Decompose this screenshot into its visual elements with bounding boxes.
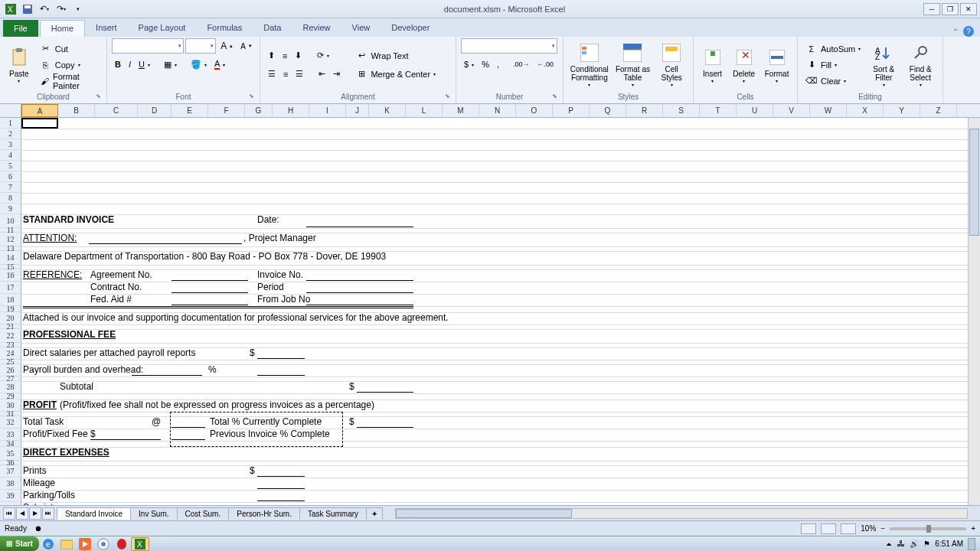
alignment-launcher-icon[interactable]: ⬊ (445, 93, 454, 102)
tab-review[interactable]: Review (292, 20, 341, 37)
tab-data[interactable]: Data (253, 20, 292, 37)
cut-button[interactable]: ✂Cut (37, 41, 102, 57)
row-header[interactable]: 34 (0, 441, 21, 447)
help-icon[interactable]: ? (963, 26, 974, 37)
tab-insert[interactable]: Insert (85, 20, 128, 37)
find-select-button[interactable]: Find & Select▾ (903, 41, 937, 90)
show-desktop-button[interactable] (968, 538, 975, 550)
format-painter-button[interactable]: 🖌Format Painter (37, 73, 102, 89)
col-I[interactable]: I (309, 104, 346, 117)
spreadsheet-grid[interactable]: 1234567891011121314151617181920212223242… (0, 118, 968, 505)
sheet-tab-task-summary[interactable]: Task Summary (299, 507, 367, 520)
italic-button[interactable]: I (126, 57, 134, 72)
qat-dropdown-icon[interactable]: ▾ (70, 2, 86, 16)
vertical-scrollbar[interactable] (968, 118, 980, 505)
sheet-nav-last[interactable]: ⏭ (42, 507, 54, 520)
sort-filter-button[interactable]: AZSort & Filter▾ (867, 41, 900, 90)
close-button[interactable]: ✕ (960, 3, 977, 15)
col-Q[interactable]: Q (590, 104, 626, 117)
decrease-font-button[interactable]: A▾ (237, 38, 255, 54)
taskbar-explorer-icon[interactable] (57, 537, 76, 551)
fill-button[interactable]: ⬇Fill▾ (802, 57, 864, 73)
minimize-button[interactable]: ─ (923, 3, 940, 15)
new-sheet-button[interactable]: ✦ (366, 507, 383, 520)
row-header[interactable]: 6 (0, 171, 21, 182)
sheet-nav-first[interactable]: ⏮ (3, 507, 15, 520)
increase-font-button[interactable]: A▴ (217, 38, 236, 54)
row-header[interactable]: 38 (0, 478, 21, 490)
taskbar-opera-icon[interactable] (113, 537, 131, 551)
col-F[interactable]: F (208, 104, 245, 117)
row-header[interactable]: 2 (0, 129, 21, 139)
tray-chevron-icon[interactable]: ⏶ (886, 540, 893, 548)
sheet-tab-person-hr[interactable]: Person-Hr Sum. (228, 507, 300, 520)
conditional-formatting-button[interactable]: Conditional Formatting▾ (568, 41, 611, 90)
align-right-button[interactable]: ☰ (292, 67, 306, 82)
view-page-break-button[interactable] (841, 523, 856, 534)
tab-view[interactable]: View (341, 20, 381, 37)
clear-button[interactable]: ⌫Clear▾ (802, 73, 864, 89)
row-header[interactable]: 32 (0, 416, 21, 429)
col-Z[interactable]: Z (920, 104, 957, 117)
row-header[interactable]: 29 (0, 393, 21, 399)
comma-format-button[interactable]: , (494, 57, 502, 72)
col-R[interactable]: R (626, 104, 663, 117)
col-K[interactable]: K (369, 104, 406, 117)
align-middle-button[interactable]: ≡ (279, 48, 290, 64)
sheet-tab-standard-invoice[interactable]: Standard Invoice (57, 507, 131, 520)
paste-button[interactable]: Paste ▾ (5, 41, 34, 90)
decrease-indent-button[interactable]: ⇤ (315, 67, 328, 82)
align-center-button[interactable]: ≡ (280, 67, 291, 82)
zoom-out-button[interactable]: − (880, 524, 885, 533)
bold-button[interactable]: B (112, 57, 124, 72)
align-bottom-button[interactable]: ⬇ (292, 48, 305, 64)
border-button[interactable]: ▦▾ (161, 57, 180, 72)
horizontal-scrollbar[interactable] (395, 508, 968, 519)
col-N[interactable]: N (479, 104, 516, 117)
orientation-button[interactable]: ⟳▾ (314, 48, 332, 64)
cell-styles-button[interactable]: Cell Styles▾ (655, 41, 688, 90)
merge-center-button[interactable]: ⊞Merge & Center▾ (352, 67, 439, 82)
delete-cells-button[interactable]: ✕Delete▾ (730, 41, 758, 90)
tray-clock[interactable]: 6:51 AM (935, 540, 963, 548)
col-M[interactable]: M (443, 104, 479, 117)
tray-volume-icon[interactable]: 🔊 (910, 540, 919, 548)
row-header[interactable]: 39 (0, 490, 21, 502)
font-size-combo[interactable]: ▾ (185, 38, 216, 54)
align-left-button[interactable]: ☰ (265, 67, 279, 82)
taskbar-chrome-icon[interactable] (94, 537, 113, 551)
col-C[interactable]: C (95, 104, 138, 117)
column-headers[interactable]: A B C D E F G H I J K L M N O P Q R S T … (0, 104, 980, 118)
col-U[interactable]: U (737, 104, 773, 117)
autosum-button[interactable]: ΣAutoSum▾ (802, 41, 864, 57)
redo-icon[interactable]: ↷▾ (54, 2, 69, 16)
view-normal-button[interactable] (801, 523, 816, 534)
row-header[interactable]: 3 (0, 139, 21, 150)
tab-file[interactable]: File (3, 20, 38, 37)
save-icon[interactable] (20, 2, 35, 16)
taskbar-media-icon[interactable] (76, 537, 94, 551)
format-cells-button[interactable]: Format▾ (761, 41, 792, 90)
col-V[interactable]: V (773, 104, 810, 117)
row-header[interactable]: 1 (0, 118, 21, 129)
col-S[interactable]: S (663, 104, 700, 117)
row-header[interactable]: 4 (0, 150, 21, 161)
select-all-corner[interactable] (0, 104, 21, 117)
row-header[interactable]: 8 (0, 193, 21, 204)
row-header[interactable]: 7 (0, 182, 21, 193)
col-J[interactable]: J (346, 104, 369, 117)
row-header[interactable]: 37 (0, 465, 21, 478)
col-B[interactable]: B (58, 104, 95, 117)
font-color-button[interactable]: A▾ (211, 57, 228, 72)
col-A[interactable]: A (21, 104, 58, 117)
font-launcher-icon[interactable]: ⬊ (249, 93, 258, 102)
col-Y[interactable]: Y (884, 104, 920, 117)
restore-button[interactable]: ❐ (942, 3, 959, 15)
percent-format-button[interactable]: % (479, 57, 492, 72)
increase-decimal-button[interactable]: .00→ (510, 57, 533, 72)
tab-page-layout[interactable]: Page Layout (128, 20, 197, 37)
row-header[interactable]: 5 (0, 161, 21, 171)
taskbar-excel-icon[interactable]: X (131, 537, 149, 551)
row-header[interactable]: 9 (0, 204, 21, 214)
clipboard-launcher-icon[interactable]: ⬊ (96, 93, 105, 102)
